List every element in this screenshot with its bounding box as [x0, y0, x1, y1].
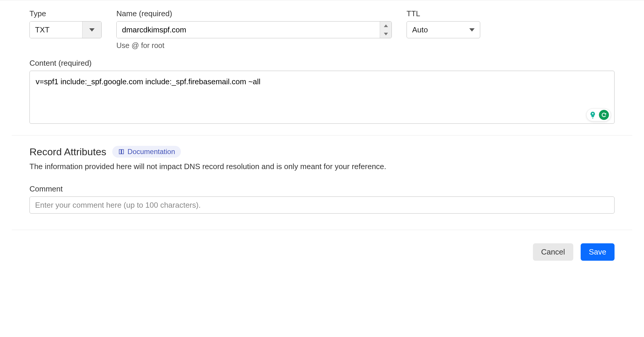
book-icon	[118, 148, 125, 155]
save-button[interactable]: Save	[581, 243, 615, 261]
section-divider	[12, 135, 632, 136]
name-field-group: Name (required) Use @ for root	[116, 9, 392, 50]
chevron-down-icon	[89, 28, 95, 32]
action-buttons-row: Cancel Save	[12, 243, 632, 261]
cancel-button[interactable]: Cancel	[533, 243, 573, 261]
content-textarea-wrapper	[29, 71, 615, 125]
name-spinner	[380, 22, 392, 38]
content-textarea[interactable]	[29, 71, 615, 124]
type-field-group: Type TXT	[29, 9, 102, 50]
type-select-value: TXT	[30, 22, 82, 38]
comment-input[interactable]	[29, 196, 615, 214]
ttl-select-value: Auto	[412, 25, 469, 34]
record-attributes-section: Record Attributes Documentation The info…	[12, 146, 632, 171]
footer-divider	[12, 230, 632, 230]
type-select-arrow-button[interactable]	[82, 22, 101, 38]
documentation-link[interactable]: Documentation	[112, 146, 181, 158]
ttl-field-group: TTL Auto	[407, 9, 480, 50]
name-helper-text: Use @ for root	[116, 41, 392, 50]
name-label: Name (required)	[116, 9, 392, 18]
name-input[interactable]	[117, 22, 380, 38]
type-select[interactable]: TXT	[29, 21, 102, 38]
grammarly-icon	[599, 110, 609, 120]
lightbulb-icon	[588, 110, 597, 119]
documentation-link-label: Documentation	[128, 148, 175, 156]
record-attributes-title: Record Attributes	[29, 146, 106, 158]
record-attributes-description: The information provided here will not i…	[29, 162, 615, 171]
type-label: Type	[29, 9, 102, 18]
content-label: Content (required)	[29, 59, 615, 68]
top-divider	[0, 0, 644, 0]
chevron-up-icon	[384, 24, 388, 27]
comment-label: Comment	[29, 184, 615, 194]
chevron-down-icon	[384, 33, 388, 35]
content-field-group: Content (required)	[12, 50, 632, 125]
name-spin-down-button[interactable]	[380, 30, 392, 38]
name-spin-up-button[interactable]	[380, 22, 392, 30]
chevron-down-icon	[469, 28, 475, 32]
name-combobox	[116, 21, 392, 38]
ttl-label: TTL	[407, 9, 480, 18]
comment-field-group: Comment	[12, 184, 632, 214]
grammarly-widget[interactable]	[586, 108, 611, 121]
ttl-select[interactable]: Auto	[407, 21, 480, 38]
record-fields-row: Type TXT Name (required)	[12, 6, 632, 50]
record-attributes-header: Record Attributes Documentation	[29, 146, 615, 158]
